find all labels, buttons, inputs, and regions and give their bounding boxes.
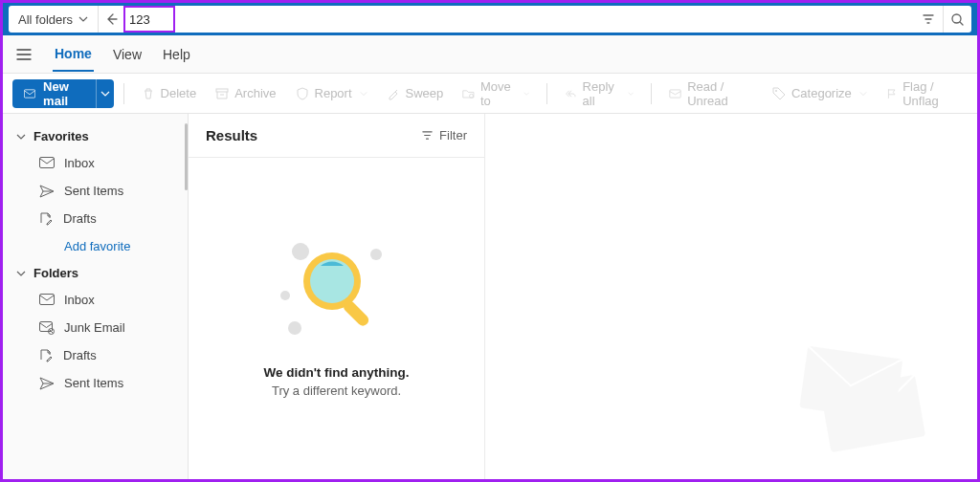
empty-mail-illustration (786, 345, 948, 470)
sweep-button[interactable]: Sweep (379, 82, 452, 104)
search-input-highlight (123, 6, 175, 33)
sidebar-section-folders[interactable]: Folders (7, 260, 184, 286)
new-mail-dropdown[interactable] (96, 79, 114, 108)
content-area: Favorites Inbox Sent Items Drafts Add fa… (3, 114, 977, 479)
svg-rect-1 (24, 89, 34, 97)
chevron-down-icon (523, 90, 529, 98)
delete-button[interactable]: Delete (134, 82, 205, 104)
tab-view[interactable]: View (111, 38, 144, 71)
mail-icon (24, 88, 35, 99)
read-unread-label: Read / Unread (687, 79, 753, 108)
flag-icon (886, 87, 897, 100)
scrollbar-thumb[interactable] (185, 123, 188, 190)
drafts-icon (39, 211, 54, 226)
filter-label: Filter (439, 128, 467, 142)
sidebar-item-sent-2[interactable]: Sent Items (7, 369, 184, 397)
chevron-down-icon (360, 90, 368, 98)
categorize-button[interactable]: Categorize (765, 82, 875, 104)
categorize-label: Categorize (791, 86, 852, 100)
send-icon (39, 185, 55, 198)
svg-rect-2 (216, 89, 228, 92)
sidebar-item-label: Drafts (63, 348, 97, 362)
results-filter-button[interactable]: Filter (421, 128, 467, 142)
sidebar-item-sent[interactable]: Sent Items (7, 177, 184, 205)
search-bar: All folders (9, 6, 971, 33)
filter-lines-icon (922, 12, 935, 26)
sidebar-section-favorites[interactable]: Favorites (7, 123, 184, 149)
empty-title: We didn't find anything. (263, 365, 409, 380)
archive-button[interactable]: Archive (208, 82, 283, 104)
svg-rect-12 (341, 298, 370, 328)
sidebar-item-label: Inbox (64, 156, 95, 170)
sweep-icon (387, 87, 400, 100)
search-scope-selector[interactable]: All folders (9, 6, 99, 33)
results-title: Results (206, 127, 257, 143)
search-empty-illustration (275, 239, 399, 344)
results-pane: Results Filter (189, 114, 485, 479)
tab-home[interactable]: Home (53, 37, 94, 72)
hamburger-button[interactable] (12, 48, 35, 61)
hamburger-icon (16, 48, 32, 61)
arrow-left-icon (105, 12, 119, 26)
sidebar-item-inbox-2[interactable]: Inbox (7, 286, 184, 314)
archive-label: Archive (234, 86, 276, 100)
menu-bar: Home View Help (3, 35, 977, 74)
sidebar-item-label: Junk Email (64, 320, 125, 335)
reply-all-icon (565, 88, 577, 99)
send-icon (39, 377, 55, 390)
junk-icon (39, 321, 55, 335)
move-to-button[interactable]: Move to (455, 76, 537, 112)
empty-subtitle: Try a different keyword. (272, 383, 401, 398)
mail-icon (39, 157, 55, 169)
sidebar-item-drafts[interactable]: Drafts (7, 205, 184, 232)
titlebar: All folders (3, 3, 977, 35)
flag-unflag-label: Flag / Unflag (902, 79, 960, 108)
search-back-button[interactable] (99, 12, 125, 26)
sidebar-add-favorite[interactable]: Add favorite (7, 232, 184, 260)
trash-icon (142, 87, 155, 100)
delete-label: Delete (161, 86, 197, 100)
chevron-down-icon (16, 132, 26, 142)
sidebar-item-label: Inbox (64, 293, 95, 307)
chevron-down-icon (100, 89, 110, 99)
flag-unflag-button[interactable]: Flag / Unflag (879, 76, 968, 112)
search-input[interactable] (129, 12, 167, 27)
search-filter-button[interactable] (914, 6, 943, 33)
mail-icon (39, 294, 55, 306)
chevron-down-icon (16, 269, 26, 278)
sweep-label: Sweep (406, 86, 444, 100)
tab-help[interactable]: Help (161, 38, 192, 71)
folder-move-icon (462, 87, 475, 100)
search-scope-label: All folders (18, 12, 73, 27)
chevron-down-icon (859, 90, 867, 98)
archive-icon (215, 87, 229, 100)
new-mail-group: New mail (12, 79, 114, 108)
reading-pane (485, 114, 977, 479)
new-mail-label: New mail (43, 79, 84, 108)
filter-lines-icon (421, 129, 434, 142)
read-unread-button[interactable]: Read / Unread (661, 76, 761, 112)
sidebar-item-label: Sent Items (64, 184, 123, 198)
app-window: All folders Home View Help (0, 0, 980, 482)
empty-state: We didn't find anything. Try a different… (189, 158, 484, 479)
new-mail-button[interactable]: New mail (12, 79, 96, 108)
move-to-label: Move to (480, 79, 516, 108)
svg-rect-4 (670, 89, 680, 97)
favorites-label: Favorites (33, 129, 89, 143)
reply-all-button[interactable]: Reply all (557, 76, 641, 112)
search-icon (950, 12, 965, 27)
report-button[interactable]: Report (288, 82, 375, 104)
results-header: Results Filter (189, 114, 484, 158)
sidebar-item-drafts-2[interactable]: Drafts (7, 341, 184, 369)
add-favorite-label: Add favorite (64, 239, 130, 253)
read-icon (669, 88, 681, 99)
svg-rect-6 (40, 158, 55, 168)
sidebar-item-inbox[interactable]: Inbox (7, 149, 184, 177)
sidebar-item-label: Drafts (63, 211, 97, 226)
drafts-icon (39, 348, 54, 362)
report-label: Report (315, 86, 352, 100)
search-submit-button[interactable] (943, 6, 971, 33)
tag-icon (772, 87, 786, 100)
sidebar-item-label: Sent Items (64, 376, 123, 390)
sidebar-item-junk[interactable]: Junk Email (7, 314, 184, 341)
